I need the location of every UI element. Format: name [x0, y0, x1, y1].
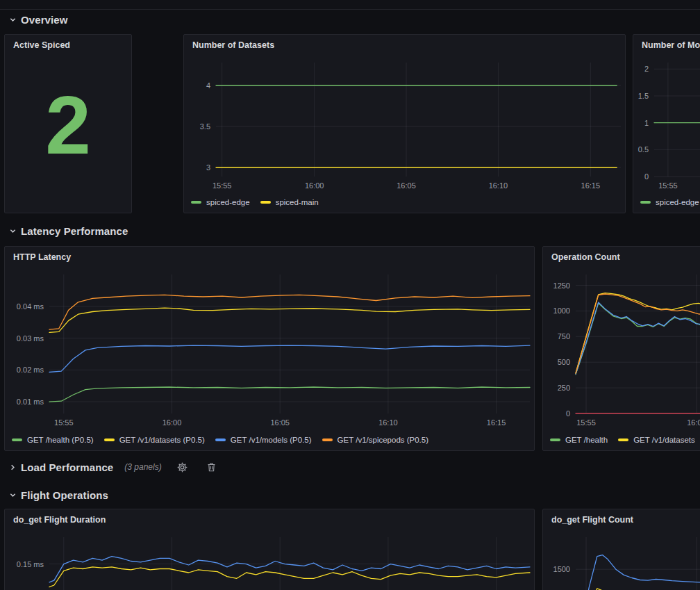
section-title: Latency Performance [21, 225, 128, 237]
chart-svg: 15:5516:0016:0516:1016:1533.54 [184, 57, 625, 195]
legend-item[interactable]: GET /v1/datasets [618, 436, 695, 444]
legend-label: GET /v1/spicepods (P0.5) [338, 436, 428, 444]
svg-text:1250: 1250 [553, 281, 570, 290]
chevron-down-icon [9, 491, 17, 499]
legend-swatch-icon [191, 201, 201, 204]
svg-text:16:15: 16:15 [581, 181, 601, 190]
svg-text:15:55: 15:55 [212, 181, 232, 190]
panel-count-label: (3 panels) [124, 462, 161, 472]
svg-text:3.5: 3.5 [200, 122, 210, 131]
legend-item[interactable]: GET /v1/models (P0.5) [215, 436, 312, 444]
panel-active-spiced: Active Spiced 2 [4, 34, 132, 213]
svg-text:2: 2 [644, 65, 649, 73]
panel-do-get-flight-count: do_get Flight Count 15:5516:0016:0505001… [542, 509, 700, 590]
svg-text:0.04 ms: 0.04 ms [17, 302, 44, 311]
svg-text:1500: 1500 [553, 565, 570, 573]
panel-title[interactable]: do_get Flight Duration [5, 509, 534, 530]
svg-text:1.5: 1.5 [638, 92, 649, 100]
legend-label: spiced-edge [206, 198, 250, 206]
panel-number-of-datasets: Number of Datasets 15:5516:0016:0516:101… [183, 34, 626, 213]
svg-text:0: 0 [566, 409, 570, 418]
flight-count-chart[interactable]: 15:5516:0016:05050010001500 [543, 532, 700, 590]
svg-text:3: 3 [206, 163, 210, 172]
section-header-latency-performance[interactable]: Latency Performance [9, 223, 128, 238]
legend-swatch-icon [640, 201, 651, 204]
legend-label: spiced-edge [656, 198, 699, 206]
section-title: Overview [21, 14, 68, 26]
legend-label: GET /v1/models (P0.5) [231, 436, 312, 444]
svg-text:16:00: 16:00 [162, 418, 182, 427]
legend-item[interactable]: spiced-main [260, 198, 319, 206]
stat-value: 2 [5, 56, 131, 195]
legend-item[interactable]: GET /v1/spicepods (P0.5) [322, 436, 428, 444]
svg-text:16:15: 16:15 [487, 418, 506, 427]
svg-text:0.01 ms: 0.01 ms [17, 398, 44, 406]
top-bar [0, 0, 700, 10]
svg-text:1000: 1000 [553, 306, 570, 315]
chevron-down-icon [9, 227, 17, 235]
chart-legend: spiced-edgespiced-main [191, 197, 624, 208]
gear-icon[interactable] [177, 462, 188, 473]
panel-do-get-flight-duration: do_get Flight Duration 15:5516:0016:0516… [4, 509, 535, 590]
svg-text:0.02 ms: 0.02 ms [17, 366, 44, 374]
chart-svg: 15:5516:0016:0516:1016:150.01 ms0.02 ms0… [5, 269, 534, 432]
svg-text:250: 250 [558, 384, 570, 392]
svg-text:0: 0 [644, 172, 649, 181]
svg-text:16:00: 16:00 [305, 181, 324, 190]
operation-count-chart[interactable]: 15:5516:0016:05025050075010001250 [543, 269, 700, 432]
chart-legend: GET /healthGET /v1/datasetsGET /v1/model… [550, 434, 700, 445]
panel-title[interactable]: Number of Models [633, 35, 700, 56]
legend-swatch-icon [322, 439, 333, 441]
chart-svg: 15:5516:0000.511.52 [633, 57, 700, 195]
panel-title[interactable]: do_get Flight Count [543, 509, 700, 530]
section-title: Flight Operations [21, 489, 108, 501]
svg-text:0.15 ms: 0.15 ms [17, 560, 44, 568]
svg-text:16:10: 16:10 [489, 181, 508, 190]
legend-swatch-icon [215, 439, 226, 441]
legend-label: GET /health [565, 436, 608, 444]
legend-item[interactable]: spiced-edge [191, 198, 250, 206]
panel-title[interactable]: Operation Count [543, 247, 700, 268]
panel-number-of-models: Number of Models 15:5516:0000.511.52 spi… [633, 34, 700, 213]
legend-label: GET /v1/datasets [633, 436, 695, 444]
legend-label: spiced-main [276, 198, 319, 206]
panel-http-latency: HTTP Latency 15:5516:0016:0516:1016:150.… [4, 246, 535, 451]
section-title: Load Performance [21, 461, 113, 473]
legend-swatch-icon [618, 439, 628, 441]
legend-swatch-icon [104, 439, 115, 441]
section-header-flight-operations[interactable]: Flight Operations [9, 487, 108, 502]
legend-label: GET /health (P0.5) [27, 436, 94, 444]
chart-legend: spiced-edge [640, 197, 700, 208]
chart-svg: 15:5516:0016:0516:1016:150.05 ms0.10 ms0… [5, 532, 534, 590]
svg-text:15:55: 15:55 [658, 181, 678, 190]
chevron-down-icon [9, 16, 17, 24]
section-header-overview[interactable]: Overview [9, 12, 68, 27]
panel-operation-count: Operation Count 15:5516:0016:05025050075… [542, 246, 700, 451]
svg-text:16:10: 16:10 [378, 418, 398, 427]
svg-text:750: 750 [558, 332, 570, 341]
svg-text:16:00: 16:00 [687, 418, 700, 427]
legend-swatch-icon [12, 439, 22, 441]
legend-item[interactable]: spiced-edge [640, 198, 699, 206]
panel-title[interactable]: Number of Datasets [184, 35, 625, 56]
http-latency-chart[interactable]: 15:5516:0016:0516:1016:150.01 ms0.02 ms0… [5, 269, 534, 432]
svg-text:1: 1 [644, 119, 649, 127]
svg-text:16:05: 16:05 [270, 418, 290, 427]
legend-item[interactable]: GET /v1/datasets (P0.5) [104, 436, 205, 444]
svg-text:16:05: 16:05 [397, 181, 416, 190]
chart-svg: 15:5516:0016:05025050075010001250 [543, 269, 700, 432]
legend-item[interactable]: GET /health [550, 436, 608, 444]
legend-item[interactable]: GET /health (P0.5) [12, 436, 94, 444]
trash-icon[interactable] [207, 462, 216, 472]
panel-title[interactable]: Active Spiced [5, 35, 131, 56]
legend-swatch-icon [550, 439, 560, 441]
svg-text:0.5: 0.5 [638, 145, 649, 154]
datasets-chart[interactable]: 15:5516:0016:0516:1016:1533.54 [184, 57, 625, 195]
panel-title[interactable]: HTTP Latency [5, 247, 534, 268]
svg-text:15:55: 15:55 [576, 418, 596, 427]
svg-text:15:55: 15:55 [54, 418, 74, 427]
flight-duration-chart[interactable]: 15:5516:0016:0516:1016:150.05 ms0.10 ms0… [5, 532, 534, 590]
svg-text:4: 4 [206, 81, 210, 90]
section-header-load-performance[interactable]: Load Performance (3 panels) [9, 459, 216, 475]
models-chart[interactable]: 15:5516:0000.511.52 [633, 57, 700, 195]
